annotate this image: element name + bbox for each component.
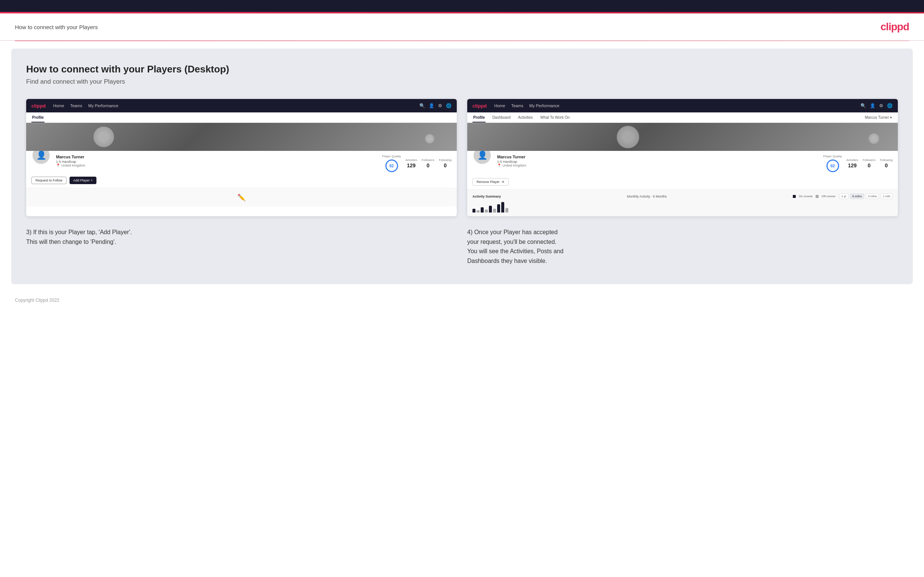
tab-dashboard-right[interactable]: Dashboard	[491, 113, 511, 122]
footer: Copyright Clippd 2022	[0, 292, 924, 309]
chart-bar-2	[481, 207, 484, 213]
chart-bar-3b	[493, 209, 496, 213]
banner-circle-1	[94, 127, 114, 147]
location-pin-icon-left: 📍	[56, 164, 60, 167]
chart-bar-4	[497, 204, 500, 213]
search-icon-right[interactable]: 🔍	[861, 103, 866, 108]
pencil-icon: ✏️	[237, 193, 246, 201]
player-name-left: Marcus Turner	[56, 155, 377, 159]
user-icon-right[interactable]: 👤	[870, 103, 876, 108]
page-subtitle: Find and connect with your Players	[26, 78, 898, 85]
player-info-left: Marcus Turner 1-5 Handicap 📍 United King…	[56, 155, 377, 167]
banner-circle-2	[425, 134, 435, 143]
chart-bar-1	[472, 209, 475, 213]
activity-chart	[472, 201, 893, 213]
off-course-legend-label: Off course	[822, 195, 835, 198]
page-breadcrumb: How to connect with your Players	[15, 24, 98, 30]
stat-following-right: Following 0	[880, 158, 893, 168]
avatar-icon-right: 👤	[477, 150, 488, 160]
quality-circle-right: 92	[826, 160, 839, 172]
user-icon-left[interactable]: 👤	[429, 103, 435, 108]
site-logo: clippd	[880, 21, 909, 33]
nav-myperformance-left[interactable]: My Performance	[88, 103, 118, 108]
app-navbar-right: clippd Home Teams My Performance 🔍 👤 ⚙ 🌐	[467, 99, 898, 113]
banner-circle-r1	[617, 126, 639, 148]
chart-bar-1b	[477, 210, 480, 213]
caption-left: 3) If this is your Player tap, 'Add Play…	[26, 227, 457, 266]
player-info-right: Marcus Turner 1-5 Handicap 📍 United King…	[497, 155, 818, 167]
mockup-right: clippd Home Teams My Performance 🔍 👤 ⚙ 🌐…	[467, 99, 898, 216]
banner-left	[26, 123, 457, 151]
add-player-button[interactable]: Add Player +	[69, 177, 97, 184]
player-selector-right[interactable]: Marcus Turner ▾	[864, 113, 893, 122]
settings-icon-right[interactable]: ⚙	[879, 103, 883, 108]
captions-row: 3) If this is your Player tap, 'Add Play…	[26, 227, 898, 266]
stat-activities-right: Activities 129	[846, 158, 858, 168]
page-header: How to connect with your Players clippd	[0, 13, 924, 41]
caption-text-left: 3) If this is your Player tap, 'Add Play…	[26, 227, 457, 247]
player-handicap-left: 1-5 Handicap	[56, 160, 377, 164]
avatar-icon-left: 👤	[36, 150, 46, 160]
copyright-text: Copyright Clippd 2022	[15, 298, 60, 303]
time-1mth-button[interactable]: 1 mth	[880, 193, 893, 199]
nav-teams-right[interactable]: Teams	[511, 103, 523, 108]
main-content-area: How to connect with your Players (Deskto…	[11, 48, 913, 284]
activity-title: Activity Summary	[472, 195, 501, 198]
player-quality-right: Player Quality 92	[824, 155, 842, 172]
on-course-legend-dot	[793, 195, 796, 198]
stats-row-left: Player Quality 92 Activities 129 Followe…	[382, 155, 452, 172]
globe-icon-right[interactable]: 🌐	[887, 103, 893, 108]
player-handicap-right: 1-5 Handicap	[497, 160, 818, 164]
search-icon-left[interactable]: 🔍	[419, 103, 425, 108]
mockup-bottom-left: ✏️	[26, 188, 457, 206]
app-logo-right: clippd	[472, 103, 487, 109]
banner-right	[467, 123, 898, 151]
chart-bar-5	[501, 202, 504, 213]
settings-icon-left[interactable]: ⚙	[438, 103, 442, 108]
time-6mths-button[interactable]: 6 mths	[850, 193, 864, 199]
tab-activities-right[interactable]: Activities	[517, 113, 533, 122]
stat-activities-left: Activities 129	[405, 158, 417, 168]
activity-header: Activity Summary Monthly Activity · 6 Mo…	[472, 193, 893, 199]
banner-circle-r2	[869, 133, 879, 144]
player-location-left: 📍 United Kingdom	[56, 164, 377, 167]
app-navbar-left: clippd Home Teams My Performance 🔍 👤 ⚙ 🌐	[26, 99, 457, 113]
remove-player-button[interactable]: Remove Player ✕	[472, 178, 509, 185]
time-1yr-button[interactable]: 1 yr	[839, 193, 848, 199]
tab-profile-left[interactable]: Profile	[31, 113, 44, 122]
player-location-right: 📍 United Kingdom	[497, 164, 818, 167]
location-pin-icon-right: 📍	[497, 164, 501, 167]
nav-myperformance-right[interactable]: My Performance	[529, 103, 560, 108]
time-period-controls: 1 yr 6 mths 3 mths 1 mth	[839, 193, 893, 199]
caption-text-right: 4) Once your Player has acceptedyour req…	[467, 227, 898, 266]
nav-home-left[interactable]: Home	[53, 103, 64, 108]
globe-icon-left[interactable]: 🌐	[446, 103, 452, 108]
app-logo-left: clippd	[31, 103, 45, 109]
request-follow-button[interactable]: Request to Follow	[31, 177, 66, 184]
activity-right-controls: On course Off course 1 yr 6 mths 3 mths …	[793, 193, 893, 199]
chart-bar-3	[489, 206, 492, 213]
tab-whattoworkon-right[interactable]: What To Work On	[540, 113, 571, 122]
activity-summary: Activity Summary Monthly Activity · 6 Mo…	[467, 189, 898, 216]
nav-home-right[interactable]: Home	[494, 103, 505, 108]
on-course-legend-label: On course	[799, 195, 813, 198]
mockups-row: clippd Home Teams My Performance 🔍 👤 ⚙ 🌐…	[26, 99, 898, 216]
remove-player-section: Remove Player ✕	[467, 177, 898, 189]
top-bar	[0, 0, 924, 12]
app-tabs-left: Profile	[26, 113, 457, 123]
quality-circle-left: 92	[385, 160, 398, 172]
action-buttons-left: Request to Follow Add Player +	[26, 177, 457, 188]
nav-icons-right: 🔍 👤 ⚙ 🌐	[861, 103, 893, 108]
profile-section-right: 👤 Marcus Turner 1-5 Handicap 📍 United Ki…	[467, 151, 898, 177]
page-title: How to connect with your Players (Deskto…	[26, 63, 898, 75]
stat-following-left: Following 0	[439, 158, 452, 168]
app-tabs-right: Profile Dashboard Activities What To Wor…	[467, 113, 898, 123]
time-3mths-button[interactable]: 3 mths	[866, 193, 879, 199]
nav-icons-left: 🔍 👤 ⚙ 🌐	[419, 103, 452, 108]
nav-teams-left[interactable]: Teams	[70, 103, 82, 108]
tab-profile-right[interactable]: Profile	[472, 113, 486, 122]
chart-bar-5b	[506, 208, 508, 213]
mockup-left: clippd Home Teams My Performance 🔍 👤 ⚙ 🌐…	[26, 99, 457, 216]
stats-row-right: Player Quality 92 Activities 129 Followe…	[824, 155, 893, 172]
stat-followers-left: Followers 0	[422, 158, 435, 168]
